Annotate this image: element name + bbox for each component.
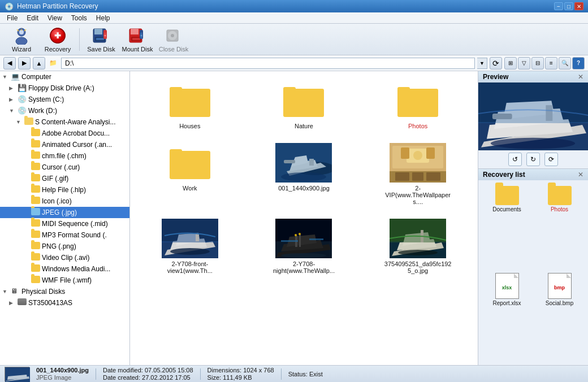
svg-point-70 (299, 233, 301, 235)
view-small-icons-button[interactable]: ≡ (545, 57, 557, 70)
preview-rotate-left-button[interactable]: ↺ (508, 153, 522, 166)
status-created-value: 27.02.2012 17:05 (142, 374, 191, 381)
folder-nature[interactable]: Nature (250, 77, 358, 133)
folder-photos[interactable]: Photos (364, 77, 472, 133)
tree-item-jpeg[interactable]: JPEG (.jpg) (0, 207, 129, 218)
tree-label-cursor: Cursor (.cur) (42, 163, 80, 171)
tree-item-icon[interactable]: Icon (.ico) (0, 196, 129, 207)
status-status-label: Status: (288, 371, 308, 377)
recovery-items: Documents Photos xlsx Report.xlsx (478, 180, 588, 365)
mount-disk-button[interactable]: Mount Disk (120, 26, 154, 53)
view-filter-button[interactable]: ▽ (518, 57, 530, 70)
tree-item-st3500[interactable]: ▶ ST3500413AS (0, 297, 129, 309)
video-folder-icon (31, 253, 40, 262)
recovery-item-social[interactable]: bmp Social.bmp (534, 271, 585, 362)
folder-houses[interactable]: Houses (136, 77, 244, 133)
icon-folder-icon (31, 197, 40, 206)
image-3754[interactable]: 3754095251_da95fc1925_o.jpg (364, 215, 472, 278)
close-button[interactable]: ✕ (574, 2, 583, 10)
minimize-button[interactable]: − (554, 2, 563, 10)
menu-tools[interactable]: Tools (67, 13, 92, 23)
tree-item-cursor[interactable]: Cursor (.cur) (0, 162, 129, 173)
tree-item-adobe[interactable]: Adobe Acrobat Docu... (0, 128, 129, 139)
toolbar: Wizard ✚ Recovery (0, 24, 588, 55)
maximize-button[interactable]: □ (564, 2, 573, 10)
recovery-label: Recovery (45, 46, 71, 53)
tree-item-work-d[interactable]: ▼ 💿 Work (D:) (0, 105, 129, 116)
tree-item-animated[interactable]: Animated Cursor (.an... (0, 139, 129, 150)
tree-item-s-content[interactable]: ▼ S Content-Aware Analysi... (0, 116, 129, 128)
tree-item-gif[interactable]: GIF (.gif) (0, 173, 129, 184)
back-button[interactable]: ◀ (3, 57, 16, 70)
tree-item-midi[interactable]: MIDI Sequence (.mid) (0, 218, 129, 229)
forward-button[interactable]: ▶ (18, 57, 31, 70)
help-button[interactable]: ? (572, 57, 585, 70)
svg-point-91 (491, 138, 575, 149)
status-modified-label: Date modified: (103, 367, 143, 374)
preview-refresh-button[interactable]: ⟳ (544, 153, 558, 166)
menu-view[interactable]: View (43, 13, 67, 23)
menu-edit[interactable]: Edit (22, 13, 43, 23)
image-night[interactable]: 2-Y708-night(www.TheWallp... (250, 215, 358, 278)
svg-rect-52 (401, 147, 409, 159)
preview-close-button[interactable]: ✕ (578, 73, 583, 81)
wizard-button[interactable]: Wizard (5, 26, 38, 53)
svg-point-2 (19, 30, 24, 34)
svg-rect-61 (196, 233, 199, 241)
recovery-item-report[interactable]: xlsx Report.xlsx (482, 271, 532, 362)
mount-disk-label: Mount Disk (122, 46, 153, 53)
status-created-label: Date created: (103, 374, 140, 381)
recovery-button[interactable]: ✚ Recovery (41, 26, 75, 53)
status-size-label: Size: (207, 374, 221, 381)
folder-work-label: Work (183, 185, 197, 192)
recovery-item-documents[interactable]: Documents (482, 184, 532, 268)
recovery-social-icon: bmp (548, 273, 572, 299)
expand-computer: ▼ (2, 74, 9, 80)
tree-label-video: Video Clip (.avi) (42, 254, 89, 262)
save-disk-button[interactable]: Save Disk (84, 26, 118, 53)
physical-icon: 🖥 (11, 287, 20, 296)
tree-item-wmf[interactable]: WMF File (.wmf) (0, 275, 129, 286)
folder-work[interactable]: Work (136, 139, 244, 209)
tree-item-mp3[interactable]: MP3 Format Sound (. (0, 229, 129, 241)
svg-rect-12 (96, 38, 104, 40)
view-details-button[interactable]: ⊞ (504, 57, 517, 70)
image-001-thumb (275, 143, 332, 183)
tree-item-system-c[interactable]: ▶ 💿 System (C:) (0, 94, 129, 105)
status-thumbnail[interactable] (5, 367, 29, 381)
tree-item-help[interactable]: Help File (.hlp) (0, 184, 129, 196)
svg-rect-68 (299, 235, 301, 247)
up-button[interactable]: ▲ (33, 57, 45, 70)
recovery-item-photos[interactable]: Photos (534, 184, 585, 268)
svg-point-22 (141, 34, 142, 36)
tree-item-floppy[interactable]: ▶ 💾 Floppy Disk Drive (A:) (0, 83, 129, 94)
refresh-button[interactable]: ⟳ (490, 57, 502, 70)
view-large-icons-button[interactable]: ⊟ (531, 57, 544, 70)
svg-rect-90 (478, 83, 588, 123)
menu-file[interactable]: File (2, 13, 22, 23)
tree-item-wma[interactable]: Windows Media Audi... (0, 263, 129, 275)
menu-help[interactable]: Help (92, 13, 115, 23)
wizard-icon (12, 27, 31, 45)
image-2vip[interactable]: 2-VIP(www.TheWallpapers.... (364, 139, 472, 209)
close-disk-button[interactable]: Close Disk (157, 26, 191, 53)
image-001[interactable]: 001_1440x900.jpg (250, 139, 358, 209)
address-dropdown-button[interactable]: ▼ (477, 58, 487, 69)
tree-label-computer: Computer (21, 73, 51, 81)
address-input[interactable]: D:\ (61, 58, 475, 69)
preview-header: Preview ✕ (478, 71, 588, 83)
preview-rotate-right-button[interactable]: ↻ (526, 153, 540, 166)
tree-item-chm[interactable]: chm.file (.chm) (0, 150, 129, 162)
tree-item-png[interactable]: PNG (.png) (0, 241, 129, 252)
svg-rect-71 (281, 240, 298, 242)
animated-folder-icon (31, 140, 40, 149)
image-front1[interactable]: 2-Y708-front-view1(www.Th... (136, 215, 244, 278)
recovery-list-close-button[interactable]: ✕ (578, 171, 583, 179)
status-created: Date created: 27.02.2012 17:05 (103, 374, 193, 381)
tree-item-video[interactable]: Video Clip (.avi) (0, 252, 129, 263)
wmf-folder-icon (31, 276, 40, 285)
tree-item-physical[interactable]: ▼ 🖥 Physical Disks (0, 286, 129, 297)
tree-item-computer[interactable]: ▼ 💻 Computer (0, 71, 129, 83)
status-file-info: 001_1440x900.jpg JPEG Image (36, 367, 89, 381)
search-button[interactable]: 🔍 (559, 57, 571, 70)
